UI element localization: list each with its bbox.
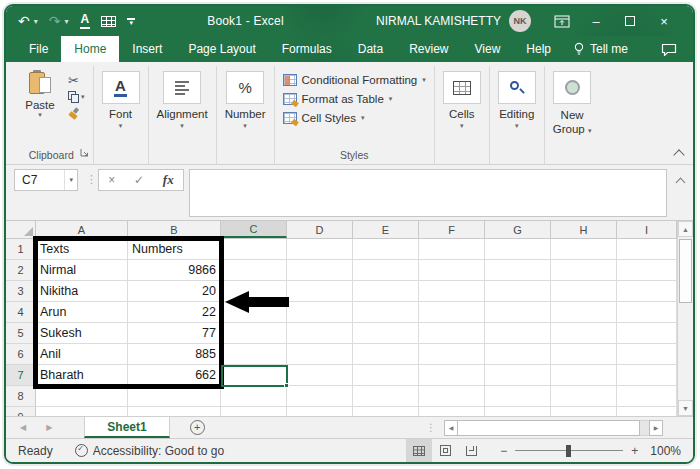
page-layout-view-button[interactable] bbox=[432, 439, 458, 462]
format-painter-icon[interactable] bbox=[68, 108, 80, 120]
number-button[interactable]: % Number ▾ bbox=[225, 71, 266, 130]
cell-H3[interactable] bbox=[551, 281, 617, 302]
cell-C5[interactable] bbox=[221, 323, 287, 344]
cell-H9[interactable] bbox=[551, 407, 617, 416]
tab-view[interactable]: View bbox=[462, 36, 514, 62]
row-header-9[interactable]: 9 bbox=[6, 407, 36, 416]
alignment-dropdown-icon[interactable]: ▾ bbox=[180, 122, 184, 130]
zoom-slider-thumb[interactable] bbox=[566, 445, 571, 457]
borders-icon[interactable] bbox=[101, 16, 116, 27]
cell-I6[interactable] bbox=[617, 344, 677, 365]
tab-bar-splitter[interactable]: ⋮ bbox=[426, 422, 436, 433]
tab-page-layout[interactable]: Page Layout bbox=[175, 36, 268, 62]
cell-D3[interactable] bbox=[287, 281, 353, 302]
vertical-scrollbar[interactable]: ▲ ▼ bbox=[677, 221, 693, 416]
tell-me-box[interactable]: Tell me bbox=[564, 36, 638, 62]
font-button[interactable]: A Font ▾ bbox=[102, 71, 140, 130]
cell-I1[interactable] bbox=[617, 239, 677, 260]
column-header-B[interactable]: B bbox=[128, 221, 221, 238]
cell-G4[interactable] bbox=[485, 302, 551, 323]
expand-formula-bar-icon[interactable] bbox=[677, 177, 685, 185]
row-header-6[interactable]: 6 bbox=[6, 344, 36, 365]
cell-E4[interactable] bbox=[353, 302, 419, 323]
cell-D5[interactable] bbox=[287, 323, 353, 344]
row-header-3[interactable]: 3 bbox=[6, 281, 36, 302]
collapse-ribbon-icon[interactable] bbox=[675, 148, 683, 156]
cell-E7[interactable] bbox=[353, 365, 419, 386]
cell-D6[interactable] bbox=[287, 344, 353, 365]
new-group-button[interactable]: New Group ▾ bbox=[553, 71, 592, 137]
zoom-out-button[interactable]: − bbox=[500, 444, 507, 458]
cell-G8[interactable] bbox=[485, 386, 551, 407]
page-break-view-button[interactable] bbox=[458, 439, 484, 462]
cell-H5[interactable] bbox=[551, 323, 617, 344]
cells-dropdown-icon[interactable]: ▾ bbox=[460, 122, 464, 130]
row-header-8[interactable]: 8 bbox=[6, 386, 36, 407]
cell-C6[interactable] bbox=[221, 344, 287, 365]
enter-formula-icon[interactable]: ✓ bbox=[134, 173, 144, 187]
clipboard-dialog-launcher-icon[interactable] bbox=[80, 143, 89, 161]
cell-G9[interactable] bbox=[485, 407, 551, 416]
zoom-slider[interactable] bbox=[515, 445, 623, 457]
paste-button[interactable]: Paste ▾ bbox=[18, 70, 62, 121]
ribbon-display-options-icon[interactable] bbox=[545, 6, 579, 36]
tab-formulas[interactable]: Formulas bbox=[269, 36, 345, 62]
cell-C8[interactable] bbox=[221, 386, 287, 407]
number-dropdown-icon[interactable]: ▾ bbox=[243, 122, 247, 130]
font-color-icon[interactable]: A bbox=[80, 13, 91, 28]
row-header-2[interactable]: 2 bbox=[6, 260, 36, 281]
row-header-7[interactable]: 7 bbox=[6, 365, 36, 386]
scroll-left-icon[interactable]: ◀ bbox=[444, 420, 458, 436]
conditional-formatting-button[interactable]: Conditional Formatting ▾ bbox=[283, 72, 426, 87]
cell-B7[interactable]: 662 bbox=[128, 365, 221, 386]
normal-view-button[interactable] bbox=[406, 439, 432, 462]
prev-sheet-icon[interactable]: ◀ bbox=[20, 423, 26, 432]
cell-A1[interactable]: Texts bbox=[36, 239, 128, 260]
cell-B9[interactable] bbox=[128, 407, 221, 416]
cell-B5[interactable]: 77 bbox=[128, 323, 221, 344]
column-header-I[interactable]: I bbox=[617, 221, 677, 238]
cell-F5[interactable] bbox=[419, 323, 485, 344]
cell-D4[interactable] bbox=[287, 302, 353, 323]
cell-H8[interactable] bbox=[551, 386, 617, 407]
cell-G6[interactable] bbox=[485, 344, 551, 365]
vertical-scroll-thumb[interactable] bbox=[679, 239, 692, 303]
next-sheet-icon[interactable]: ▶ bbox=[46, 423, 52, 432]
column-header-E[interactable]: E bbox=[353, 221, 419, 238]
zoom-in-button[interactable]: + bbox=[631, 444, 638, 458]
cell-H6[interactable] bbox=[551, 344, 617, 365]
cell-I3[interactable] bbox=[617, 281, 677, 302]
cell-B1[interactable]: Numbers bbox=[128, 239, 221, 260]
cell-H7[interactable] bbox=[551, 365, 617, 386]
comments-icon[interactable] bbox=[661, 36, 677, 62]
cell-F1[interactable] bbox=[419, 239, 485, 260]
cell-B3[interactable]: 20 bbox=[128, 281, 221, 302]
cell-G3[interactable] bbox=[485, 281, 551, 302]
editing-dropdown-icon[interactable]: ▾ bbox=[515, 122, 519, 130]
column-header-H[interactable]: H bbox=[551, 221, 617, 238]
avatar[interactable]: NK bbox=[509, 10, 531, 32]
cell-E6[interactable] bbox=[353, 344, 419, 365]
format-as-table-button[interactable]: Format as Table ▾ bbox=[283, 91, 393, 106]
cell-E9[interactable] bbox=[353, 407, 419, 416]
cell-I8[interactable] bbox=[617, 386, 677, 407]
cell-A2[interactable]: Nirmal bbox=[36, 260, 128, 281]
name-box[interactable]: C7 ▾ bbox=[14, 169, 78, 191]
scroll-down-icon[interactable]: ▼ bbox=[678, 400, 693, 416]
copy-icon[interactable] bbox=[68, 91, 79, 103]
scroll-right-icon[interactable]: ▶ bbox=[649, 420, 663, 436]
sheet-tab-sheet1[interactable]: Sheet1 bbox=[84, 417, 169, 438]
close-button[interactable]: × bbox=[647, 6, 681, 36]
cell-I4[interactable] bbox=[617, 302, 677, 323]
cell-D8[interactable] bbox=[287, 386, 353, 407]
name-box-dropdown-icon[interactable]: ▾ bbox=[64, 170, 77, 190]
cell-E3[interactable] bbox=[353, 281, 419, 302]
new-sheet-button[interactable]: + bbox=[190, 420, 205, 435]
column-header-C[interactable]: C bbox=[221, 221, 287, 238]
cell-A4[interactable]: Arun bbox=[36, 302, 128, 323]
cell-C9[interactable] bbox=[221, 407, 287, 416]
formula-bar-splitter[interactable]: ⋮ bbox=[86, 173, 97, 186]
paste-dropdown-icon[interactable]: ▾ bbox=[38, 111, 42, 119]
column-header-A[interactable]: A bbox=[36, 221, 128, 238]
cell-G1[interactable] bbox=[485, 239, 551, 260]
